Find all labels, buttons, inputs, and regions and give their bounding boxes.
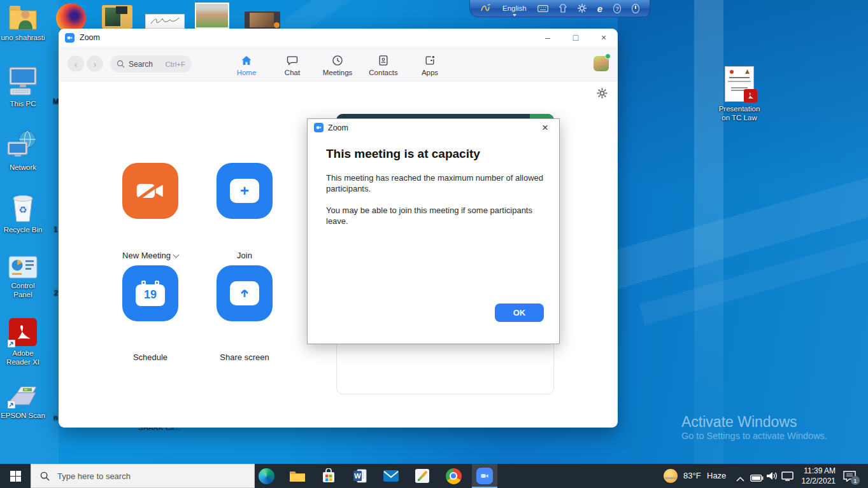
desktop-icon-this-pc[interactable]: This PC: [0, 66, 47, 108]
dialog-close-icon[interactable]: ×: [537, 120, 553, 136]
pdf-doc-line: [731, 87, 748, 88]
settings-gear-icon[interactable]: [597, 88, 608, 101]
desktop-icon-label: Adobe Reader XI: [5, 349, 41, 367]
minimize-button[interactable]: –: [534, 29, 562, 46]
new-meeting-button[interactable]: [122, 163, 178, 219]
desktop-icon-control-panel[interactable]: Control Panel: [0, 256, 47, 300]
search-input[interactable]: Search Ctrl+F: [110, 55, 192, 73]
desktop-icon-label: Recycle Bin: [4, 225, 43, 234]
pictures-folder-icon[interactable]: [102, 5, 132, 29]
desktop-icon-network[interactable]: Network: [0, 130, 47, 172]
language-selector[interactable]: English: [502, 4, 527, 12]
help-icon[interactable]: ?: [613, 4, 621, 13]
share-screen-label-row: Share screen: [194, 352, 295, 362]
video-badge: [274, 22, 280, 28]
maximize-button[interactable]: □: [562, 29, 590, 46]
share-screen-button[interactable]: [217, 265, 273, 321]
new-meeting-label-row[interactable]: New Meeting: [99, 251, 201, 260]
desktop-icon-label: uno shahrasti: [1, 33, 45, 42]
action-label: Join: [237, 251, 252, 260]
chrome-icon[interactable]: [445, 468, 462, 484]
word-icon[interactable]: W: [352, 468, 368, 484]
weather-icon[interactable]: [664, 469, 678, 483]
search-icon: [40, 471, 50, 481]
forward-button[interactable]: ›: [87, 55, 103, 72]
gear-icon[interactable]: [578, 4, 587, 13]
tab-chat[interactable]: Chat: [270, 54, 315, 76]
presence-dot: [605, 53, 611, 59]
speaker-icon[interactable]: [766, 471, 778, 483]
pdf-doc-line: [729, 77, 750, 78]
epson-scan-icon: [8, 382, 38, 408]
tray-chevron-up-icon[interactable]: [736, 473, 744, 484]
paint-app-icon[interactable]: [414, 468, 430, 484]
windows-logo-icon: [10, 471, 21, 482]
power-icon[interactable]: [632, 4, 639, 13]
avro-skin-icon[interactable]: [559, 4, 567, 13]
desktop-icon-presentation-pdf[interactable]: Presentation on TC Law: [715, 66, 764, 123]
desktop-icon-adobe-reader[interactable]: Adobe Reader XI: [0, 318, 47, 367]
tab-contacts[interactable]: Contacts: [361, 54, 406, 76]
file-explorer-icon[interactable]: [289, 468, 306, 484]
schedule-label-row: Schedule: [99, 352, 201, 362]
weather-condition[interactable]: Haze: [707, 471, 726, 480]
mail-icon[interactable]: [383, 468, 399, 484]
video-camera-off-icon: [134, 178, 167, 204]
close-button[interactable]: ×: [590, 29, 618, 46]
pdf-doc-mark: [745, 69, 750, 74]
user-folder-icon: [8, 3, 38, 31]
wallpaper-beam: [606, 169, 868, 289]
dialog-titlebar: Zoom: [314, 123, 348, 132]
tab-meetings[interactable]: Meetings: [315, 54, 360, 76]
keyboard-icon[interactable]: [537, 5, 548, 12]
search-icon: [117, 60, 125, 68]
action-label: Share screen: [220, 352, 269, 362]
language-bar[interactable]: English e ?: [469, 0, 650, 17]
edge-icon[interactable]: [258, 468, 274, 484]
chevron-down-icon[interactable]: [173, 251, 179, 258]
action-label: Schedule: [133, 352, 167, 362]
ok-button[interactable]: OK: [495, 303, 544, 322]
tab-home[interactable]: Home: [224, 54, 269, 76]
apps-icon: [423, 54, 436, 67]
folder-thumbnail: [116, 6, 127, 14]
taskbar-search-input[interactable]: Type here to search: [31, 464, 255, 488]
desktop-icon-label: This PC: [10, 99, 36, 108]
desktop-icon-label: EPSON Scan: [1, 411, 45, 420]
pdf-doc-mark: [730, 70, 734, 74]
back-button[interactable]: ‹: [68, 55, 84, 72]
partial-icon-label: 1: [53, 225, 59, 234]
taskbar-clock[interactable]: 11:39 AM 12/2/2021: [790, 466, 836, 486]
join-button[interactable]: +: [217, 163, 273, 219]
recycle-bin-icon: ♻: [10, 192, 36, 223]
video-clip-icon[interactable]: [245, 11, 280, 29]
desktop-icon-recycle-bin[interactable]: ♻ Recycle Bin: [0, 192, 47, 234]
avro-letter-icon[interactable]: [480, 3, 492, 13]
clock-icon: [331, 54, 344, 67]
desktop-icon-epson-scan[interactable]: EPSON Scan: [0, 382, 47, 420]
search-shortcut: Ctrl+F: [165, 60, 185, 68]
desktop-icon-label: Control Panel: [5, 281, 41, 300]
clock-date: 12/2/2021: [790, 476, 836, 486]
battery-icon[interactable]: [750, 473, 764, 484]
photo-icon[interactable]: [195, 3, 229, 29]
network-icon: [6, 130, 39, 160]
desktop: uno shahrasti This PC Network ♻ Recycle …: [0, 0, 868, 488]
microsoft-store-icon[interactable]: [320, 468, 337, 484]
activate-windows-title: Activate Windows: [681, 414, 797, 431]
home-icon: [240, 54, 253, 67]
svg-text:W: W: [354, 472, 361, 480]
tab-label: Contacts: [369, 69, 397, 76]
internet-explorer-icon[interactable]: e: [597, 3, 602, 14]
weather-temperature[interactable]: 83°F: [683, 471, 701, 480]
tab-apps[interactable]: Apps: [408, 54, 452, 76]
schedule-button[interactable]: 19: [122, 265, 178, 321]
signature-image-icon[interactable]: [145, 14, 185, 29]
dialog-paragraph: This meeting has reached the maximum num…: [326, 172, 550, 194]
start-button[interactable]: [0, 464, 31, 488]
tab-label: Chat: [285, 69, 300, 76]
this-pc-icon: [6, 66, 39, 97]
desktop-icon-user-folder[interactable]: uno shahrasti: [0, 3, 47, 42]
zoom-taskbar-icon[interactable]: [476, 468, 493, 484]
wallpaper-beam: [639, 231, 868, 325]
